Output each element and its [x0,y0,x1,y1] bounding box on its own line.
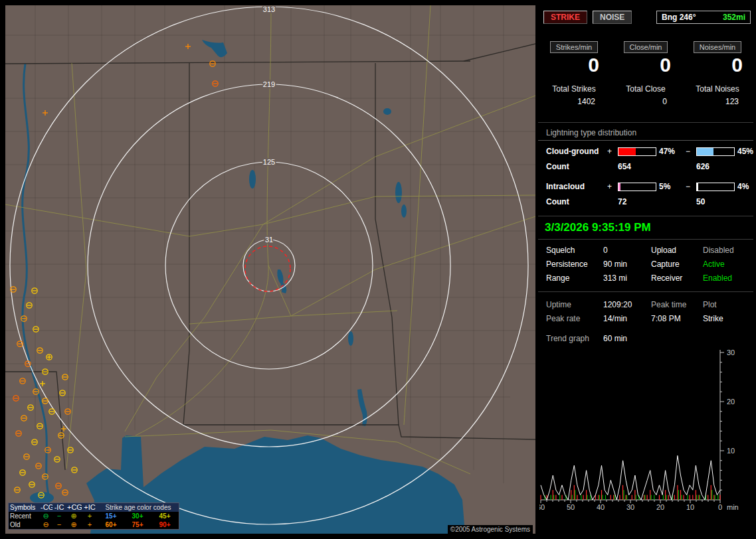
strike-button[interactable]: STRIKE [543,11,587,24]
trend-window-value: 60 min [603,334,651,343]
cg-negative-bar [696,147,735,156]
map-area[interactable]: 31125219313 Symbols -CG -IC +CG +IC Stri… [5,5,535,534]
copyright-credit: ©2005 Astrogenic Systems [448,525,533,534]
cg-positive-bar [618,147,656,156]
receiver-label: Receiver [651,273,703,283]
cg-negative-percent: 45% [735,147,753,156]
svg-text:0: 0 [718,503,722,511]
peak-rate-value: 14/min [603,314,651,323]
range-ring-label: 313 [263,5,275,13]
old-pos-ic-icon: + [82,520,98,529]
range-ring-label: 219 [263,80,275,88]
noise-button[interactable]: NOISE [593,11,632,24]
svg-text:20: 20 [656,503,664,511]
svg-text:10: 10 [727,447,735,455]
noises-per-min-label: Noises/min [694,41,741,53]
settings-table: Squelch 0 Upload Disabled Persistence 90… [538,246,753,283]
peak-rate-label: Peak rate [546,314,603,323]
total-close-value: 0 [610,97,682,106]
minus-sign: − [686,147,696,156]
map-view[interactable]: 31125219313 [5,5,535,534]
legend-old-label: Old [9,520,39,529]
date-time-display: 3/3/2026 9:35:19 PM [538,221,753,234]
age-code-90: 90+ [151,520,179,529]
old-neg-ic-icon: − [52,520,66,529]
plot-value: Strike [703,314,753,323]
ic-positive-bar [618,183,656,191]
trend-axis-labels: 1020306050403020100min [539,348,739,511]
recent-pos-cg-icon: ⊕ [66,512,82,520]
toolbar: STRIKE NOISE Bng 246° 352mi [543,11,751,24]
age-code-60: 60+ [98,520,124,529]
cg-count-label: Count [546,162,607,171]
legend-col-neg-ic: -IC [52,503,66,512]
plus-sign: + [607,182,618,191]
squelch-value: 0 [603,246,651,255]
old-neg-cg-icon: ⊖ [39,520,52,529]
cloud-ground-label: Cloud-ground [546,147,607,156]
close-per-min-label: Close/min [624,41,668,53]
minus-sign: − [686,182,696,191]
trend-graph-label: Trend graph [546,334,603,343]
trend-ticks [541,352,724,503]
total-noises-label: Total Noises [682,84,753,94]
peak-time-label: Peak time [651,300,703,309]
plot-label: Plot [703,300,753,309]
recent-pos-ic-icon: + [82,512,98,520]
rate-stats: Strikes/min 0 Total Strikes 1402 Close/m… [538,41,753,106]
bearing-value: Bng 246° [662,13,696,22]
ic-negative-percent: 4% [735,182,753,191]
total-strikes-value: 1402 [538,97,610,106]
total-strikes-label: Total Strikes [538,84,610,94]
cg-positive-percent: 47% [656,147,686,156]
cg-negative-count: 626 [696,162,735,171]
total-close-label: Total Close [610,84,682,94]
bearing-readout: Bng 246° 352mi [656,11,751,24]
trend-graph: 1020306050403020100min [539,347,751,512]
capture-status: Active [703,260,753,269]
legend-symbols-header: Symbols [9,503,39,512]
ic-positive-percent: 5% [656,182,686,191]
recent-neg-ic-icon: − [52,512,66,520]
svg-text:20: 20 [727,398,735,406]
divider [538,216,753,216]
status-table: Uptime 1209:20 Peak time Plot Peak rate … [538,300,753,323]
age-code-15: 15+ [98,512,124,520]
svg-text:40: 40 [597,503,605,511]
legend-col-pos-cg: +CG [66,503,82,512]
legend-recent-label: Recent [9,512,39,520]
range-ring-label: 125 [263,158,275,166]
age-code-75: 75+ [124,520,151,529]
ic-negative-count: 50 [696,197,735,206]
ic-negative-bar [696,183,735,191]
strike-symbol [47,354,52,360]
legend-col-pos-ic: +IC [82,503,98,512]
divider [538,239,753,240]
trend-axes [541,350,720,500]
cg-positive-count: 654 [618,162,656,171]
legend-age-header: Strike age color codes [98,503,179,512]
upload-status: Disabled [703,246,753,255]
range-value: 313 mi [603,273,651,283]
strikes-per-min-value: 0 [538,54,610,76]
squelch-label: Squelch [546,246,603,255]
recent-neg-cg-icon: ⊖ [39,512,52,520]
strikes-per-min-label: Strikes/min [550,41,598,53]
distance-value: 352mi [723,13,745,22]
noises-per-min-value: 0 [682,54,753,76]
strikes-stat-column: Strikes/min 0 Total Strikes 1402 [538,41,610,106]
age-code-30: 30+ [124,512,151,520]
receiver-status: Enabled [703,273,753,283]
ic-positive-count: 72 [618,197,656,206]
uptime-label: Uptime [546,300,603,309]
svg-text:30: 30 [727,348,735,356]
trend-graph-container: 1020306050403020100min [538,347,753,512]
upload-label: Upload [651,246,703,255]
intracloud-label: Intracloud [546,182,607,191]
persistence-label: Persistence [546,260,603,269]
close-per-min-value: 0 [610,54,682,76]
range-label: Range [546,273,603,283]
intracloud-distribution: Intracloud + 5% − 4% Count 72 50 [538,182,753,206]
uptime-value: 1209:20 [603,300,651,309]
svg-text:10: 10 [686,503,694,511]
